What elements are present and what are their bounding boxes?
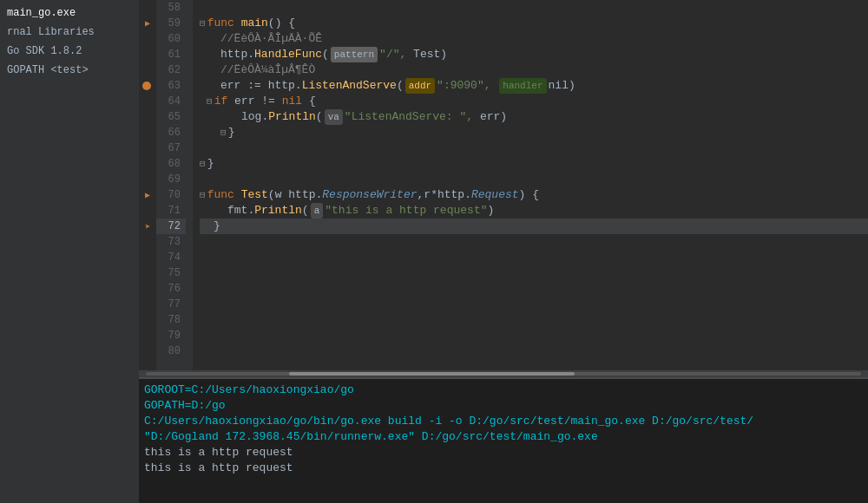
gutter-71	[139, 203, 156, 219]
terminal-line-1: GOPATH=D:/go	[144, 398, 863, 414]
line-num-67: 67	[156, 140, 186, 156]
line-num-71: 71	[156, 203, 186, 219]
code-line-77	[200, 297, 868, 312]
code-line-58	[200, 0, 868, 16]
arrow-59-icon: ▶	[145, 18, 150, 29]
terminal-line-0: GOROOT=C:/Users/haoxiongxiao/go	[144, 382, 863, 398]
gutter-60	[139, 31, 156, 47]
code-line-67	[200, 140, 868, 156]
gutter-65	[139, 109, 156, 125]
line-num-73: 73	[156, 234, 186, 250]
line-num-65: 65	[156, 109, 186, 125]
gutter-78	[139, 312, 156, 328]
sidebar-item-sdk[interactable]: Go SDK 1.8.2	[0, 42, 139, 61]
breakpoint-63	[142, 82, 151, 90]
gutter-63	[139, 78, 156, 94]
fold-66-icon: ⊟	[220, 125, 227, 140]
code-line-80	[200, 343, 868, 359]
code-editor: ▶ ▶ ➤	[139, 0, 868, 377]
main-area: ▶ ▶ ➤	[139, 0, 868, 503]
terminal: GOROOT=C:/Users/haoxiongxiao/go GOPATH=D…	[139, 377, 868, 503]
fold-59-icon: ⊟	[200, 16, 206, 31]
addr-badge: addr	[405, 78, 435, 94]
gutter-76	[139, 281, 156, 297]
code-content[interactable]: ⊟ func main () { //ËèÔÀ·ÂÎµÄÀ·ÕÊ http . …	[193, 0, 868, 370]
line-num-68: 68	[156, 156, 186, 172]
line-num-69: 69	[156, 172, 186, 187]
code-line-69	[200, 172, 868, 187]
gutter-72: ➤	[139, 219, 156, 234]
sidebar-item-main-exe[interactable]: main_go.exe	[0, 3, 139, 23]
gutter-73	[139, 234, 156, 250]
code-line-76	[200, 281, 868, 297]
line-num-64: 64	[156, 94, 186, 109]
scrollbar-thumb[interactable]	[289, 372, 575, 376]
line-num-72: 72	[156, 219, 186, 234]
line-num-58: 58	[156, 0, 186, 16]
line-num-78: 78	[156, 312, 186, 328]
code-line-60: //ËèÔÀ·ÂÎµÄÀ·ÕÊ	[200, 31, 868, 47]
gutter-58	[139, 0, 156, 16]
terminal-line-4: this is a http request	[144, 445, 863, 461]
line-num-62: 62	[156, 62, 186, 78]
line-num-79: 79	[156, 328, 186, 343]
va-badge-71: a	[311, 203, 324, 219]
code-area: ▶ ▶ ➤	[139, 0, 868, 370]
fold-68-icon: ⊟	[200, 156, 206, 172]
line-num-59: 59	[156, 16, 186, 31]
gutter-68	[139, 156, 156, 172]
line-num-60: 60	[156, 31, 186, 47]
terminal-line-3: "D:/Gogland 172.3968.45/bin/runnerw.exe"…	[144, 429, 863, 445]
gutter-77	[139, 297, 156, 312]
code-line-63: err := http . ListenAndServe ( addr ":90…	[200, 78, 868, 94]
gutter-80	[139, 343, 156, 359]
code-line-74	[200, 250, 868, 265]
gutter-75	[139, 265, 156, 281]
fold-64-icon: ⊟	[207, 94, 213, 109]
line-num-76: 76	[156, 281, 186, 297]
gutter: ▶ ▶ ➤	[139, 0, 156, 370]
line-num-70: 70	[156, 187, 186, 203]
code-line-79	[200, 328, 868, 343]
current-line-arrow-icon: ➤	[145, 221, 151, 232]
code-line-62: //ËèÔÀ¼àÎµÂ¶ÊÒ	[200, 62, 868, 78]
code-line-75	[200, 265, 868, 281]
gutter-79	[139, 328, 156, 343]
sidebar: main_go.exe rnal Libraries Go SDK 1.8.2 …	[0, 0, 139, 503]
line-numbers: 58 59 60 61 62 63 64 65 66 67 68 69 70 7…	[156, 0, 193, 370]
code-line-73	[200, 234, 868, 250]
code-line-59: ⊟ func main () {	[200, 16, 868, 31]
code-line-72: }	[200, 219, 868, 234]
editor-scrollbar[interactable]	[139, 370, 868, 377]
sidebar-item-gopath[interactable]: GOPATH <test>	[0, 61, 139, 80]
line-num-74: 74	[156, 250, 186, 265]
gutter-59: ▶	[139, 16, 156, 31]
line-num-75: 75	[156, 265, 186, 281]
code-line-70: ⊟ func Test ( w http. ResponseWriter , r…	[200, 187, 868, 203]
code-line-71: fmt . Println ( a "this is a http reques…	[200, 203, 868, 219]
arrow-70-icon: ▶	[145, 190, 150, 200]
sidebar-item-libraries[interactable]: rnal Libraries	[0, 23, 139, 42]
code-line-64: ⊟ if err != nil {	[200, 94, 868, 109]
fold-70-icon: ⊟	[200, 187, 206, 203]
handler-badge: handler	[499, 78, 546, 94]
scrollbar-track[interactable]	[146, 372, 861, 376]
terminal-line-2: C:/Users/haoxiongxiao/go/bin/go.exe buil…	[144, 414, 863, 429]
terminal-line-5: this is a http request	[144, 461, 863, 476]
gutter-67	[139, 140, 156, 156]
gutter-74	[139, 250, 156, 265]
line-num-66: 66	[156, 125, 186, 140]
gutter-70: ▶	[139, 187, 156, 203]
va-badge-65: va	[325, 109, 343, 125]
line-num-77: 77	[156, 297, 186, 312]
code-line-61: http . HandleFunc ( pattern "/", Test )	[200, 47, 868, 62]
code-line-68: ⊟ }	[200, 156, 868, 172]
gutter-61	[139, 47, 156, 62]
gutter-62	[139, 62, 156, 78]
code-line-66: ⊟ }	[200, 125, 868, 140]
gutter-66	[139, 125, 156, 140]
gutter-69	[139, 172, 156, 187]
terminal-content: GOROOT=C:/Users/haoxiongxiao/go GOPATH=D…	[139, 379, 868, 503]
line-num-63: 63	[156, 78, 186, 94]
code-line-65: log . Println ( va "ListenAndServe: ", e…	[200, 109, 868, 125]
